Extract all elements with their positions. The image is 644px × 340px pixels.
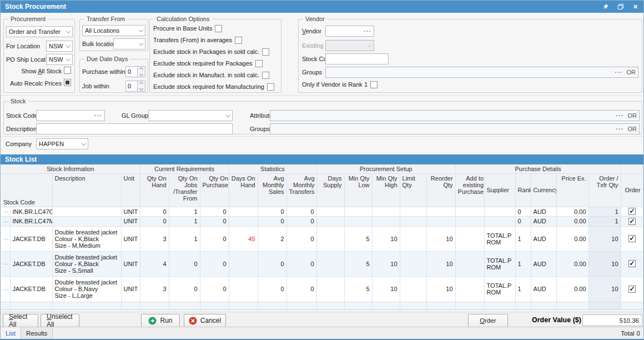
order-checkbox[interactable] (628, 260, 636, 267)
ellipsis-button[interactable]: ··· (615, 69, 623, 76)
column-header-qty_on_purchase[interactable]: Qty On Purchase (200, 173, 229, 207)
ellipsis-button[interactable]: ··· (364, 28, 371, 34)
run-button[interactable]: Run (141, 314, 180, 327)
unselect-all-button[interactable]: Unselect All (41, 314, 79, 327)
table-row[interactable]: JACKET.DBDouble breasted jacket Colour -… (1, 251, 643, 276)
column-header-min_qty_high[interactable]: Min Qty High (372, 173, 400, 207)
job-within-spinner[interactable]: 0 (125, 81, 145, 92)
order-checkbox[interactable] (628, 235, 636, 242)
column-header-label-limit_qty: Limit Qty (402, 175, 424, 188)
restore-window-icon[interactable] (617, 3, 624, 11)
column-header-days_on_hand[interactable]: Days On Hand (229, 173, 258, 207)
description-field[interactable] (36, 123, 233, 134)
column-header-days_supply[interactable]: Days Supply (316, 173, 344, 207)
order-button[interactable]: Order (468, 314, 508, 327)
column-header-min_qty_low[interactable]: Min Qty Low (344, 173, 372, 207)
ellipsis-button[interactable]: ··· (616, 112, 624, 119)
spinner-arrows-icon[interactable] (138, 81, 145, 92)
pin-icon[interactable] (602, 3, 609, 11)
column-header-stock_code[interactable]: Stock Code (1, 173, 52, 207)
vendor-groups-field[interactable]: ··· OR (325, 67, 638, 78)
column-header-add_to_existing[interactable]: Add to existing Purchase (455, 173, 484, 207)
or-button[interactable]: OR (627, 69, 636, 76)
column-header-rank[interactable]: Rank (515, 173, 531, 207)
column-header-currency[interactable]: Currency (531, 173, 556, 207)
column-header-avg_monthly_transfers[interactable]: Avg Monthly Transfers (286, 173, 316, 207)
purchase-within-value[interactable]: 0 (125, 66, 138, 77)
select-all-button[interactable]: Select All (3, 314, 38, 327)
table-row[interactable]: INK.BR.LC47MUNIT010000AUD0.001 (1, 216, 643, 226)
cell-value-currency: AUD (534, 236, 546, 242)
show-all-stock-checkbox[interactable] (64, 67, 71, 74)
table-row[interactable]: Double breasted jacket (1, 302, 643, 310)
table-row[interactable]: INK.BR.LC47CUNIT010000AUD0.001 (1, 207, 643, 216)
po-ship-location-select[interactable]: NSW (46, 54, 73, 65)
column-header-qty_on_hand[interactable]: Qty On Hand (140, 173, 169, 207)
total-value: 0 (637, 330, 640, 337)
cell-avg_monthly_transfers: 0 (286, 226, 316, 251)
tab-list[interactable]: List (1, 327, 21, 339)
job-within-label: Job within (82, 83, 109, 90)
purchase-within-spinner[interactable]: 0 (125, 66, 145, 77)
exclude-required-packages-checkbox[interactable] (255, 60, 263, 67)
cell-days_supply (316, 276, 344, 302)
cell-reorder_qty (426, 216, 455, 226)
exclude-packages-sold-checkbox[interactable] (262, 48, 269, 56)
order-checkbox[interactable] (628, 286, 636, 293)
cell-value-min_qty_low: 5 (366, 261, 369, 267)
cell-value-price_ex: 0.00 (574, 208, 586, 215)
column-header-order_txfr[interactable]: Order / Txfr Qty (588, 173, 621, 207)
ellipsis-button[interactable]: ··· (94, 112, 102, 119)
or-button[interactable]: OR (628, 112, 637, 119)
chevron-down-icon (139, 41, 143, 45)
column-header-limit_qty[interactable]: Limit Qty (400, 173, 426, 207)
transfer-from-location-select[interactable]: All Locations (82, 25, 145, 36)
ellipsis-button[interactable]: ··· (616, 126, 624, 132)
cell-qty_on_hand (140, 302, 169, 310)
tab-results[interactable]: Results (21, 327, 53, 339)
column-header-avg_monthly_sales[interactable]: Avg Monthly Sales (258, 173, 286, 207)
row-indicator-icon (3, 264, 8, 264)
vendor-stock-code-field[interactable] (325, 53, 389, 64)
stock-list-grid[interactable]: Stock InformationCurrent RequirementsSta… (1, 164, 644, 310)
table-row[interactable]: JACKET.DBDouble breasted jacket Colour -… (1, 276, 643, 302)
cell-indicator (1, 276, 10, 302)
only-rank1-checkbox[interactable] (370, 81, 378, 88)
for-location-select[interactable]: NSW (46, 41, 73, 52)
stock-code-field[interactable]: ··· (36, 110, 105, 121)
attributes-field[interactable]: ··· OR (270, 110, 640, 121)
job-within-value[interactable]: 0 (125, 81, 138, 92)
exclude-manufact-sold-checkbox[interactable] (262, 72, 269, 79)
column-header-label-min_qty_low: Min Qty Low (349, 175, 370, 188)
vendor-field[interactable]: ··· (325, 26, 374, 37)
chevron-down-icon (66, 56, 71, 61)
table-row[interactable]: JACKET.DBDouble breasted jacket Colour -… (1, 226, 643, 251)
spinner-arrows-icon[interactable] (138, 66, 145, 77)
total-label: Total (621, 330, 634, 337)
bulk-location-select[interactable] (113, 38, 145, 49)
column-header-description[interactable]: Description (52, 173, 121, 207)
column-header-price_ex[interactable]: Price Ex. (556, 173, 588, 207)
order-checkbox[interactable] (628, 218, 636, 225)
column-group-proc_setup: Procurement Setup (316, 164, 455, 173)
company-select[interactable]: HAPPEN (36, 138, 88, 149)
exclude-required-manufacturing-checkbox[interactable] (267, 83, 274, 91)
procure-base-units-checkbox[interactable] (215, 25, 222, 32)
cell-qty_on_purchase: 0 (200, 207, 229, 216)
column-header-qty_on_jobs[interactable]: Qty On Jobs /Transfer From (169, 173, 200, 207)
column-header-unit[interactable]: Unit (121, 173, 140, 207)
column-header-label-stock_code: Stock Code (3, 199, 35, 206)
transfers-averages-checkbox[interactable] (235, 37, 242, 44)
gl-group-select[interactable] (148, 110, 233, 121)
close-icon[interactable]: ✕ (632, 3, 639, 11)
column-header-supplier[interactable]: Supplier (484, 173, 515, 207)
stock-groups-field[interactable]: ··· OR (270, 123, 640, 134)
order-checkbox[interactable] (628, 208, 636, 215)
procurement-mode-select[interactable]: Order and Transfer (6, 26, 73, 37)
column-header-order[interactable]: Order (621, 173, 643, 207)
order-value-field[interactable]: 510.36 (582, 314, 642, 326)
auto-recalc-prices-checkbox[interactable] (64, 79, 71, 86)
or-button[interactable]: OR (628, 126, 637, 132)
column-header-reorder_qty[interactable]: Reorder Qty (426, 173, 455, 207)
cancel-button[interactable]: Cancel (184, 314, 226, 327)
